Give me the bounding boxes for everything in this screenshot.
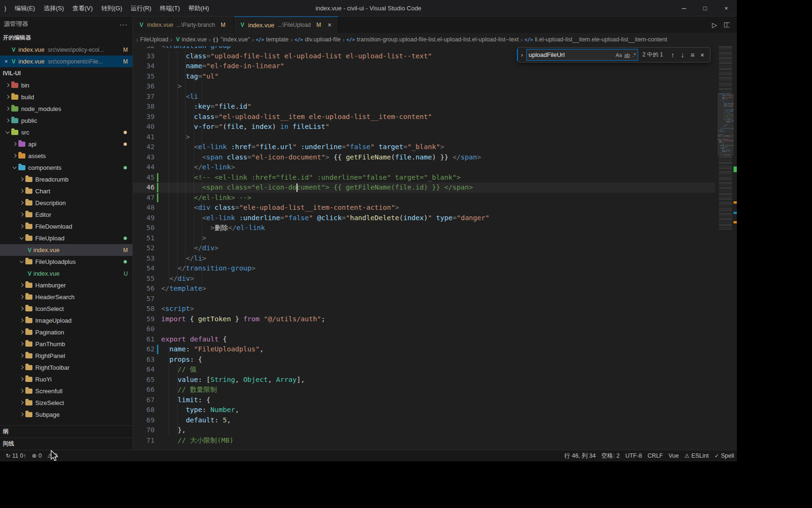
tree-item-righttoolbar[interactable]: RightToolbar — [0, 362, 133, 373]
tree-item-headersearch[interactable]: HeaderSearch — [0, 291, 133, 303]
match-case-icon[interactable]: Aa — [616, 52, 622, 58]
project-header[interactable]: IVIL-UI — [0, 67, 133, 79]
tree-item-index.vue[interactable]: Vindex.vueU — [0, 268, 133, 279]
code-line[interactable]: 55 </div> — [133, 274, 715, 284]
code-line[interactable]: 53 </li> — [133, 254, 715, 264]
tree-item-fileupload[interactable]: FileUpload — [0, 232, 133, 244]
code-line[interactable]: 35 tag="ul" — [133, 71, 715, 82]
code-line[interactable]: 41 > — [133, 132, 715, 143]
status-git-sync[interactable]: ↻11 0↑ — [3, 450, 29, 461]
tree-item-assets[interactable]: assets — [0, 150, 133, 162]
tree-item-hamburger[interactable]: Hamburger — [0, 279, 133, 291]
toggle-replace-icon[interactable]: › — [519, 51, 525, 58]
code-line[interactable]: 57 — [133, 294, 715, 304]
status-problems-warnings[interactable]: ⚠0 — [45, 450, 61, 461]
code-line[interactable]: 36 > — [133, 81, 715, 92]
breadcrumb-item[interactable]: Vindex.vue — [174, 36, 207, 43]
code-line[interactable]: 43 <span class="el-icon-document"> {{ ge… — [133, 152, 715, 163]
tree-item-chart[interactable]: Chart — [0, 185, 133, 197]
tree-item-panthumb[interactable]: PanThumb — [0, 338, 133, 350]
tree-item-editor[interactable]: Editor — [0, 209, 133, 221]
maximize-button[interactable]: □ — [695, 0, 716, 16]
tree-item-filedownload[interactable]: FileDownload — [0, 221, 133, 232]
close-icon[interactable]: × — [2, 58, 10, 65]
code-line[interactable]: 60 — [133, 324, 715, 334]
find-input[interactable] — [529, 51, 613, 58]
menu-item[interactable]: 帮助(H) — [184, 0, 213, 16]
tree-item-fileuploadplus[interactable]: FileUploadplus — [0, 256, 133, 268]
find-in-selection-icon[interactable]: ≡ — [687, 51, 697, 59]
code-line[interactable]: 34 name="el-fade-in-linear" — [133, 61, 715, 71]
status-eol[interactable]: CRLF — [645, 450, 666, 461]
tree-item-breadcrumb[interactable]: Breadcrumb — [0, 174, 133, 185]
breadcrumb-item[interactable]: </>transition-group.upload-file-list.el-… — [346, 36, 519, 43]
tree-item-ruoyi[interactable]: RuoYi — [0, 373, 133, 385]
code-line[interactable]: 51 > — [133, 233, 715, 244]
code-line[interactable]: 42 <el-link :href="file.url" :underline=… — [133, 142, 715, 152]
close-icon[interactable]: × — [326, 21, 333, 29]
menu-item[interactable]: 运行(R) — [126, 0, 156, 16]
code-line[interactable]: 65 value: [String, Object, Array], — [133, 375, 715, 385]
tree-item-api[interactable]: api — [0, 138, 133, 150]
code-line[interactable]: 69 default: 5, — [133, 415, 715, 426]
code-line[interactable]: 39 class="el-upload-list__item ele-uploa… — [133, 112, 715, 122]
menu-item[interactable]: 查看(V) — [68, 0, 97, 16]
status-spell-checker[interactable]: ✓Spell — [711, 450, 737, 461]
tree-item-components[interactable]: components — [0, 162, 133, 174]
status-indentation[interactable]: 空格: 2 — [599, 450, 623, 461]
code-line[interactable]: 50 >删除</el-link — [133, 223, 715, 233]
find-previous-icon[interactable]: ↑ — [668, 51, 678, 59]
menu-item[interactable]: 编辑(E) — [10, 0, 39, 16]
status-cursor-position[interactable]: 行 46, 列 34 — [562, 450, 599, 461]
minimap[interactable]: <transition-group class="upload-file-lis… — [718, 46, 734, 450]
breadcrumb-item[interactable]: {}"index.vue" — [212, 36, 250, 43]
tree-item-imageupload[interactable]: ImageUpload — [0, 315, 133, 326]
open-editors-header[interactable]: 开的编辑器 — [0, 32, 133, 44]
code-line[interactable]: 56</template> — [133, 284, 715, 294]
code-line[interactable]: 62 name: "FileUploadplus", — [133, 344, 715, 355]
code-line[interactable]: 48 <div class="ele-upload-list__item-con… — [133, 203, 715, 213]
close-button[interactable]: × — [716, 0, 737, 16]
tree-item-description[interactable]: Description — [0, 197, 133, 209]
breadcrumb-item[interactable]: </>div.upload-file — [295, 36, 341, 43]
tree-item-index.vue[interactable]: Vindex.vueM — [0, 244, 133, 256]
code-editor[interactable]: 32<transition-group33 class="upload-file… — [133, 46, 715, 445]
tree-item-src[interactable]: src — [0, 127, 133, 138]
code-line[interactable]: 40 v-for="(file, index) in fileList" — [133, 122, 715, 132]
code-line[interactable]: 64 // 值 — [133, 365, 715, 375]
code-line[interactable]: 44 </el-link> — [133, 162, 715, 173]
code-line[interactable]: 58<script> — [133, 304, 715, 314]
tree-item-screenfull[interactable]: Screenfull — [0, 385, 133, 397]
editor-tab[interactable]: Vindex.vue...\Party-branchM — [133, 16, 234, 33]
code-line[interactable]: 68 type: Number, — [133, 405, 715, 415]
tree-item-rightpanel[interactable]: RightPanel — [0, 350, 133, 362]
timeline-header[interactable]: 间线 — [0, 437, 133, 450]
more-actions-icon[interactable]: ··· — [119, 20, 128, 28]
status-eslint[interactable]: ⚠ESLint — [682, 450, 712, 461]
minimize-button[interactable]: ─ — [673, 0, 695, 16]
find-next-icon[interactable]: ↓ — [678, 51, 687, 59]
code-line[interactable]: 38 :key="file.id" — [133, 102, 715, 112]
breadcrumb-item[interactable]: </>template — [256, 36, 289, 43]
tree-item-pagination[interactable]: Pagination — [0, 326, 133, 338]
tree-item-bin[interactable]: bin — [0, 79, 133, 91]
outline-header[interactable]: 纲 — [0, 425, 133, 437]
tree-item-build[interactable]: build — [0, 91, 133, 103]
breadcrumb-item[interactable]: FileUpload — [140, 36, 168, 43]
minimap-slider[interactable] — [718, 94, 734, 156]
code-line[interactable]: 54 </transition-group> — [133, 263, 715, 274]
code-line[interactable]: 63 props: { — [133, 355, 715, 365]
breadcrumb-item[interactable]: </>li.el-upload-list__item.ele-upload-li… — [524, 36, 667, 43]
code-line[interactable]: 46 <span class="el-icon-document"> {{ ge… — [133, 183, 715, 193]
code-line[interactable]: 70 }, — [133, 425, 715, 436]
code-line[interactable]: 71 // 大小限制(MB) — [133, 436, 715, 446]
open-editor-item[interactable]: Vindex.vuesrc\views\policy-ecol...M — [0, 44, 133, 56]
code-line[interactable]: 37 <li — [133, 92, 715, 102]
code-line[interactable]: 66 // 数量限制 — [133, 385, 715, 395]
menu-item[interactable]: ) — [0, 0, 10, 16]
tree-item-public[interactable]: public — [0, 115, 133, 127]
menu-item[interactable]: 选择(S) — [39, 0, 68, 16]
split-editor-icon[interactable] — [724, 22, 730, 28]
code-line[interactable]: 67 limit: { — [133, 395, 715, 405]
run-icon[interactable]: ▷ — [712, 21, 717, 29]
